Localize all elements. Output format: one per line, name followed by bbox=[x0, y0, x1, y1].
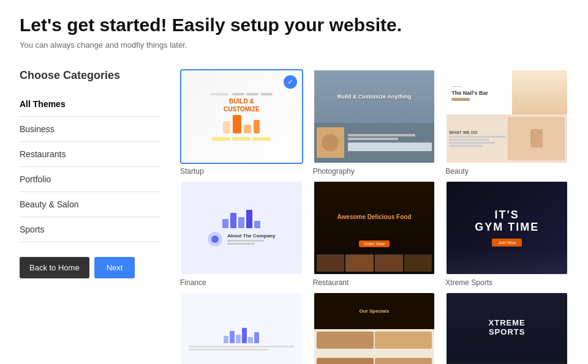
theme-row-1: ✓ bbox=[180, 69, 568, 176]
sidebar-item-restaurants[interactable]: Restaurants bbox=[20, 142, 160, 167]
theme-row-2: About The Company Finance bbox=[180, 180, 568, 287]
page-title: Let's get started! Easily setup your web… bbox=[20, 15, 568, 35]
theme-card-xtreme-sports[interactable]: IT'SGYM TIME Join Now Xtreme Sports bbox=[445, 180, 568, 287]
theme-label-restaurant: Restaurant bbox=[313, 278, 436, 287]
selected-check-icon: ✓ bbox=[284, 75, 297, 89]
theme-card-restaurant-2[interactable]: Our Specials Restaurant bbox=[313, 292, 436, 364]
theme-label-startup: Startup bbox=[180, 167, 303, 176]
page-subtitle: You can always change and modfiy things … bbox=[20, 40, 568, 50]
theme-label-beauty: Beauty bbox=[445, 167, 568, 176]
theme-label-xtreme-sports: Xtreme Sports bbox=[445, 278, 568, 287]
theme-label-finance: Finance bbox=[180, 278, 303, 287]
theme-label-photography: Photography bbox=[313, 167, 436, 176]
back-to-home-button[interactable]: Back to Home bbox=[20, 257, 89, 278]
theme-card-photography[interactable]: Build & Customize Anything bbox=[313, 69, 436, 176]
sidebar-item-all-themes[interactable]: All Themes bbox=[20, 92, 160, 117]
theme-card-beauty[interactable]: —— The Nail's Bar WHAT WE DO bbox=[445, 69, 568, 176]
theme-card-xtreme-sports-2[interactable]: XTREMESPORTS Xtreme Sports bbox=[445, 292, 568, 364]
next-button[interactable]: Next bbox=[94, 257, 135, 278]
theme-card-restaurant[interactable]: Awesome Delicious Food Order Now Rest bbox=[313, 180, 436, 287]
sidebar: Choose Categories All Themes Business Re… bbox=[20, 69, 160, 364]
theme-card-finance-2[interactable]: Finance bbox=[180, 292, 303, 364]
sidebar-item-portfolio[interactable]: Portfolio bbox=[20, 167, 160, 192]
sidebar-item-business[interactable]: Business bbox=[20, 117, 160, 142]
theme-card-startup[interactable]: ✓ bbox=[180, 69, 303, 176]
sidebar-title: Choose Categories bbox=[20, 69, 160, 82]
sidebar-item-sports[interactable]: Sports bbox=[20, 217, 160, 242]
sidebar-item-beauty-salon[interactable]: Beauty & Salon bbox=[20, 192, 160, 217]
theme-grid: ✓ bbox=[180, 69, 568, 364]
theme-card-finance[interactable]: About The Company Finance bbox=[180, 180, 303, 287]
theme-row-3: Finance Our Specials bbox=[180, 292, 568, 364]
